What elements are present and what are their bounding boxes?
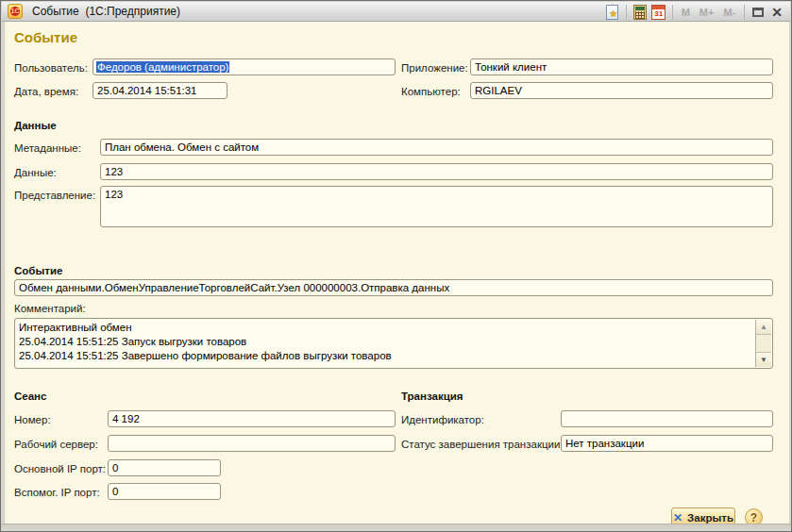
memory-plus-button[interactable]: M+ <box>695 7 719 18</box>
datetime-field[interactable] <box>93 82 227 99</box>
data-field[interactable] <box>100 163 773 180</box>
identifier-field[interactable] <box>561 410 773 427</box>
memory-minus-button[interactable]: M- <box>718 7 740 18</box>
metadata-field[interactable] <box>100 139 773 156</box>
comment-line: 25.04.2014 15:51:25 Запуск выгрузки това… <box>19 335 753 349</box>
event-field[interactable] <box>14 279 773 296</box>
application-label: Приложение: <box>401 62 468 74</box>
calendar-button[interactable]: 31 <box>649 4 668 21</box>
session-section-title: Сеанс <box>14 391 46 402</box>
comment-line: 25.04.2014 15:51:25 Завершено формирован… <box>19 349 753 363</box>
comment-scrollbar[interactable]: ▲ ▼ <box>755 320 771 367</box>
comment-text: Интерактивный обмен 25.04.2014 15:51:25 … <box>19 321 753 363</box>
presentation-label: Представление: <box>14 190 95 201</box>
close-window-button[interactable]: ✕ <box>767 4 786 21</box>
datetime-label: Дата, время: <box>14 86 78 97</box>
presentation-field[interactable]: 123 <box>100 186 773 227</box>
transaction-status-label: Статус завершения транзакции: <box>401 439 564 450</box>
event-section-title: Событие <box>14 265 62 276</box>
close-button-label: Закрыть <box>687 512 733 524</box>
window-title: Событие (1С:Предприятие) <box>32 5 180 18</box>
window-bottom-frame <box>1 524 791 531</box>
1c-logo-icon: 1С <box>8 4 23 19</box>
titlebar-separator <box>744 5 745 20</box>
aux-ip-port-label: Вспомог. IP порт: <box>14 487 100 498</box>
session-number-label: Номер: <box>14 414 51 425</box>
calculator-icon <box>633 5 647 20</box>
user-field[interactable]: Федоров (администратор) <box>93 58 396 75</box>
metadata-label: Метаданные: <box>14 142 81 154</box>
maximize-icon <box>752 8 764 17</box>
scroll-up-icon[interactable]: ▲ <box>756 320 771 335</box>
close-x-icon: ✕ <box>673 511 682 524</box>
working-server-label: Рабочий сервер: <box>14 439 98 450</box>
application-field[interactable] <box>470 58 773 75</box>
data-section-title: Данные <box>14 120 57 131</box>
comment-line: Интерактивный обмен <box>19 321 753 335</box>
calculator-button[interactable] <box>631 4 649 21</box>
transaction-status-field[interactable] <box>561 435 773 452</box>
user-label: Пользователь: <box>14 62 88 74</box>
titlebar-separator <box>672 5 673 20</box>
computer-label: Компьютер: <box>401 86 461 97</box>
main-ip-port-label: Основной IP порт: <box>14 463 106 474</box>
user-selected-text: Федоров (администратор) <box>96 61 229 73</box>
session-number-field[interactable] <box>108 410 396 427</box>
event-window: 1С Событие (1С:Предприятие) ★ 31 M M+ M-… <box>0 0 792 532</box>
working-server-field[interactable] <box>108 435 396 452</box>
comment-field[interactable]: Интерактивный обмен 25.04.2014 15:51:25 … <box>14 318 773 369</box>
window-titlebar: 1С Событие (1С:Предприятие) ★ 31 M M+ M-… <box>2 2 790 22</box>
computer-field[interactable] <box>470 82 773 99</box>
favorites-button[interactable]: ★ <box>603 4 622 21</box>
maximize-button[interactable] <box>749 4 767 21</box>
memory-recall-button[interactable]: M <box>677 7 695 18</box>
calendar-icon: 31 <box>651 5 666 20</box>
favorites-star-icon: ★ <box>606 5 618 20</box>
scroll-down-icon[interactable]: ▼ <box>756 352 771 367</box>
page-title: Событие <box>14 29 77 45</box>
aux-ip-port-field[interactable] <box>108 483 221 500</box>
transaction-section-title: Транзакция <box>401 391 463 402</box>
main-ip-port-field[interactable] <box>108 459 221 476</box>
data-label: Данные: <box>14 167 57 178</box>
identifier-label: Идентификатор: <box>401 414 484 425</box>
comment-label: Комментарий: <box>14 303 86 314</box>
titlebar-separator <box>626 5 627 20</box>
